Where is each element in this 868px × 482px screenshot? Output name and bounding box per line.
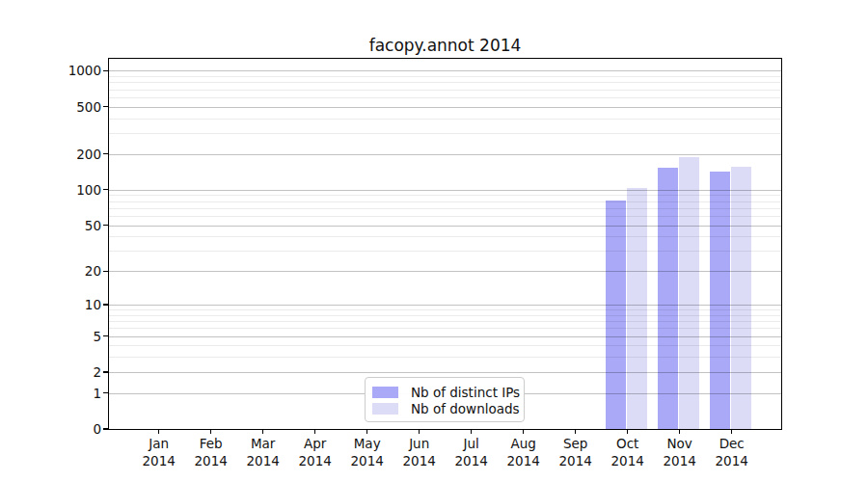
x-tick-year: 2014 [132,453,186,470]
x-tick-month: Dec [705,436,759,453]
x-tick-mark [210,429,211,434]
x-tick-mark [575,429,576,434]
y-tick-label: 500 [49,99,101,115]
x-tick-month: Aug [497,436,551,453]
x-tick-label: Aug2014 [497,436,551,469]
x-tick-label: Jan2014 [132,436,186,469]
x-tick-mark [731,429,732,434]
legend-label-downloads: Nb of downloads [411,401,520,416]
x-tick-label: Dec2014 [705,436,759,469]
legend-entry-downloads: Nb of downloads [372,401,516,415]
x-tick-month: Oct [601,436,655,453]
x-tick-label: Jul2014 [445,436,499,469]
legend-label-distinct-ips: Nb of distinct IPs [411,385,520,400]
legend: Nb of distinct IPs Nb of downloads [365,377,525,422]
bar-downloads-dec [731,167,751,429]
x-tick-month: Jul [445,436,499,453]
bar-distinct-ips-dec [710,172,730,429]
bar-distinct-ips-nov [658,168,678,429]
y-tick-label: 10 [49,297,101,312]
y-tick-label: 200 [49,147,101,162]
x-tick-year: 2014 [184,453,238,470]
y-tick-mark [103,70,108,71]
x-tick-month: Jun [393,436,447,453]
x-tick-label: Mar2014 [236,436,290,469]
x-tick-month: May [340,436,394,453]
bar-downloads-nov [679,157,699,429]
chart-title: facopy.annot 2014 [109,36,781,55]
x-tick-mark [627,429,628,434]
x-tick-label: Nov2014 [653,436,707,469]
y-tick-label: 20 [49,263,101,279]
x-tick-mark [523,429,524,434]
y-tick-mark [103,428,108,429]
x-tick-mark [419,429,420,434]
x-tick-label: May2014 [340,436,394,469]
plot-area: Nb of distinct IPs Nb of downloads 01251… [108,58,782,430]
x-tick-mark [158,429,159,434]
x-tick-year: 2014 [393,453,447,470]
x-tick-month: Jan [132,436,186,453]
legend-swatch-distinct-ips [372,387,398,398]
x-tick-label: Jun2014 [393,436,447,469]
x-tick-month: Nov [653,436,707,453]
legend-entry-distinct-ips: Nb of distinct IPs [372,385,516,399]
x-tick-mark [314,429,315,434]
figure: facopy.annot 2014 Nb of distinct IPs Nb … [0,0,868,482]
y-tick-label: 2 [49,364,101,380]
minor-gridline [109,90,781,91]
x-tick-label: Oct2014 [601,436,655,469]
x-tick-year: 2014 [445,453,499,470]
y-tick-mark [103,189,108,190]
x-tick-month: Sep [549,436,603,453]
x-tick-mark [262,429,263,434]
y-tick-label: 0 [49,421,101,437]
x-tick-month: Apr [288,436,342,453]
minor-gridline [109,133,781,134]
x-tick-mark [471,429,472,434]
y-tick-mark [103,225,108,226]
y-tick-mark [103,371,108,372]
minor-gridline [109,119,781,120]
x-tick-year: 2014 [705,453,759,470]
x-tick-year: 2014 [497,453,551,470]
major-gridline [109,107,781,108]
major-gridline [109,70,781,71]
y-tick-label: 1 [49,386,101,401]
x-tick-year: 2014 [653,453,707,470]
x-tick-label: Sep2014 [549,436,603,469]
y-tick-mark [103,271,108,272]
major-gridline [109,154,781,155]
x-tick-year: 2014 [549,453,603,470]
bar-distinct-ips-oct [606,201,626,429]
x-tick-month: Mar [236,436,290,453]
y-tick-mark [103,106,108,107]
bar-downloads-oct [627,188,647,429]
x-tick-mark [679,429,680,434]
legend-swatch-downloads [372,403,398,415]
y-tick-mark [103,153,108,154]
minor-gridline [109,82,781,83]
x-tick-month: Feb [184,436,238,453]
x-tick-year: 2014 [340,453,394,470]
minor-gridline [109,97,781,98]
y-tick-label: 100 [49,182,101,198]
x-tick-year: 2014 [601,453,655,470]
x-tick-year: 2014 [288,453,342,470]
minor-gridline [109,76,781,77]
y-tick-mark [103,304,108,305]
x-tick-mark [366,429,367,434]
y-tick-label: 50 [49,218,101,233]
y-tick-label: 1000 [49,63,101,78]
y-tick-mark [103,335,108,336]
x-tick-label: Feb2014 [184,436,238,469]
y-tick-mark [103,392,108,393]
x-tick-year: 2014 [236,453,290,470]
y-tick-label: 5 [49,329,101,344]
x-tick-label: Apr2014 [288,436,342,469]
